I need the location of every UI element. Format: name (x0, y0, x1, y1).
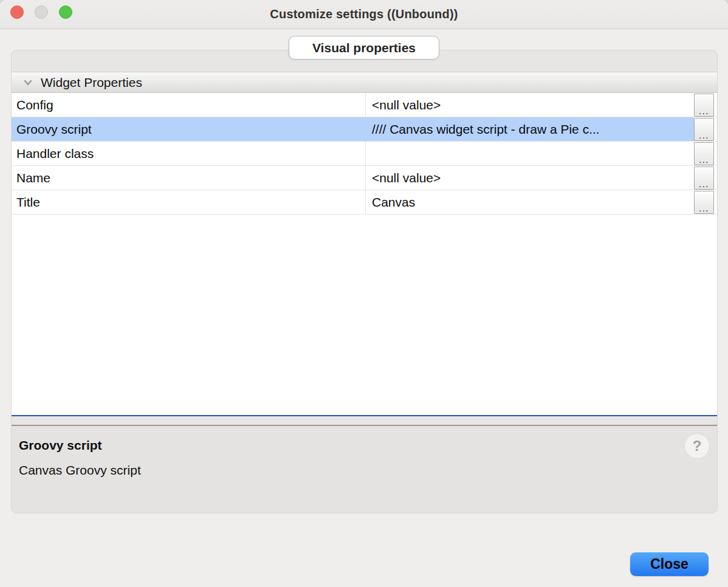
property-value: <null value> (365, 93, 694, 117)
window-controls (10, 5, 72, 19)
edit-name-button[interactable]: ... (694, 166, 714, 190)
close-window-button[interactable] (10, 5, 24, 19)
property-value: Canvas (365, 190, 694, 214)
edit-handler-class-button[interactable]: ... (694, 142, 714, 165)
help-button[interactable]: ? (685, 434, 709, 458)
description-title: Groovy script (19, 438, 710, 453)
zoom-window-button[interactable] (59, 5, 72, 19)
properties-table: Widget Properties Config <null value> ..… (12, 72, 717, 416)
table-row-config[interactable]: Config <null value> ... (12, 93, 717, 117)
section-header-widget-properties[interactable]: Widget Properties (12, 72, 717, 93)
chevron-down-icon (21, 76, 35, 89)
tab-visual-properties[interactable]: Visual properties (289, 36, 439, 60)
property-name: Config (12, 93, 365, 117)
edit-title-button[interactable]: ... (694, 191, 714, 214)
property-value: <null value> (365, 166, 694, 190)
table-empty-area (12, 215, 717, 415)
property-name: Title (12, 190, 365, 214)
section-header-label: Widget Properties (41, 75, 142, 90)
table-row-title[interactable]: Title Canvas ... (12, 190, 717, 215)
settings-panel: Widget Properties Config <null value> ..… (11, 50, 718, 513)
property-name: Groovy script (12, 117, 365, 141)
description-text: Canvas Groovy script (19, 463, 710, 478)
property-name: Handler class (12, 142, 365, 165)
edit-config-button[interactable]: ... (694, 94, 714, 117)
titlebar: Customize settings ((Unbound)) (0, 0, 728, 29)
table-row-groovy-script[interactable]: Groovy script //// Canvas widget script … (12, 117, 717, 142)
property-name: Name (12, 166, 365, 190)
question-mark-icon: ? (693, 438, 702, 455)
property-value: //// Canvas widget script - draw a Pie c… (365, 117, 694, 141)
minimize-window-button[interactable] (35, 5, 48, 19)
table-row-name[interactable]: Name <null value> ... (12, 166, 717, 190)
window-title: Customize settings ((Unbound)) (270, 7, 458, 21)
description-panel: Groovy script Canvas Groovy script ? (12, 425, 717, 513)
table-row-handler-class[interactable]: Handler class ... (12, 142, 717, 166)
customize-settings-dialog: Customize settings ((Unbound)) Visual pr… (0, 0, 728, 587)
edit-groovy-script-button[interactable]: ... (694, 118, 714, 141)
property-value (365, 142, 694, 165)
close-button[interactable]: Close (630, 552, 709, 576)
